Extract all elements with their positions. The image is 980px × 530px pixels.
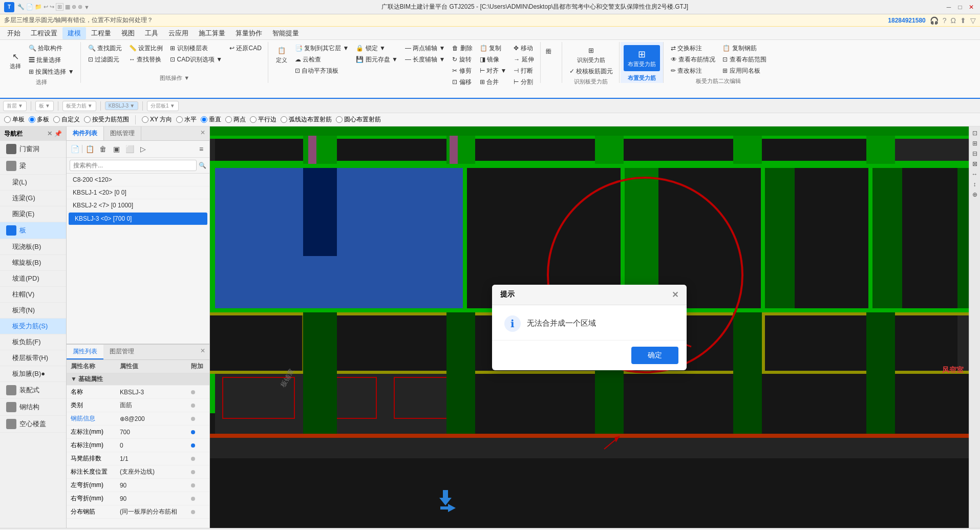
rbtn-pick[interactable]: 🔍 拾取构件 — [26, 43, 77, 54]
nav-panel-pin[interactable]: 📌 — [54, 130, 62, 137]
rt-btn-5[interactable]: ↔ — [970, 169, 979, 179]
rbtn-rotate[interactable]: ↻ 旋转 — [449, 54, 475, 65]
layer-selector[interactable]: 首层▼ — [3, 101, 27, 111]
rbtn-identify-layer[interactable]: ⊞ 识别楼层表 — [167, 43, 225, 54]
opt-circle-center[interactable]: 圆心布置射筋 — [336, 115, 381, 124]
rbtn-extend[interactable]: → 延伸 — [510, 54, 537, 65]
ptb-more[interactable]: ▷ — [137, 143, 149, 155]
menu-build-model[interactable]: 建模 — [62, 27, 86, 39]
rt-btn-6[interactable]: ↕ — [970, 180, 979, 189]
tab-comp-list[interactable]: 构件列表 — [67, 126, 104, 140]
nav-slab-bay[interactable]: 板湾(N) — [0, 303, 66, 319]
rbtn-copy-to-layer[interactable]: 📑 复制到其它层 ▼ — [292, 43, 352, 54]
maximize-btn[interactable]: □ — [955, 3, 965, 12]
rbtn-edit-mark[interactable]: ✏ 查改标注 — [668, 66, 718, 76]
rbtn-view-layout[interactable]: 👁 查看布筋情况 — [668, 54, 718, 65]
ptb-delete[interactable]: 🗑 — [97, 143, 109, 155]
nav-beam[interactable]: 梁 — [0, 158, 66, 175]
canvas-area[interactable]: 板铺浆 风帘室 提示 ✕ ℹ — [210, 126, 969, 528]
ptb-extra[interactable]: ≡ — [195, 143, 207, 155]
nav-spiral-slab[interactable]: 螺旋板(B) — [0, 255, 66, 271]
opt-arc-side[interactable]: 弧线边布置射筋 — [281, 115, 332, 124]
rbtn-move[interactable]: ✥ 移动 — [510, 43, 537, 54]
minimize-btn[interactable]: ─ — [944, 3, 953, 12]
rbtn-lock[interactable]: 🔒 锁定 ▼ — [353, 43, 401, 54]
rbtn-view-range[interactable]: ⊡ 查看布筋范围 — [719, 54, 769, 65]
nav-slab-rebar[interactable]: 板受力筋(S) — [0, 319, 66, 334]
nav-cast-slab[interactable]: 现浇板(B) — [0, 239, 66, 255]
menu-construction[interactable]: 施工算量 — [194, 27, 230, 39]
rt-btn-2[interactable]: ⊞ — [970, 139, 979, 148]
rbtn-copy-rebar[interactable]: 📋 复制钢筋 — [719, 43, 769, 54]
menu-project-settings[interactable]: 工程设置 — [26, 27, 62, 39]
search-input[interactable] — [70, 160, 197, 171]
comp-item-kbslj2[interactable]: KBSLJ-2 <7> [0 1000] — [67, 199, 209, 212]
rbtn-find-elem[interactable]: 🔍 查找圆元 — [85, 43, 125, 54]
nav-slab-haunch[interactable]: 板加腋(B)● — [0, 366, 66, 382]
comp-item-kbslj3[interactable]: KBSLJ-3 <0> [700 0] — [69, 213, 207, 225]
opt-vertical[interactable]: 垂直 — [201, 115, 221, 124]
nav-conn-beam[interactable]: 连梁(G) — [0, 190, 66, 206]
ptb-new[interactable]: 📄 — [69, 143, 81, 155]
tab-props-list[interactable]: 属性列表 — [67, 345, 103, 359]
comp-panel-close[interactable]: ✕ — [196, 126, 209, 140]
opt-by-range[interactable]: 按受力筋范围 — [84, 115, 129, 124]
ptb-copy[interactable]: 📋 — [83, 143, 96, 155]
rbtn-delete[interactable]: 🗑 删除 — [449, 43, 475, 54]
menu-smart[interactable]: 智能提量 — [267, 27, 304, 39]
nav-steel[interactable]: 钢结构 — [0, 399, 66, 416]
nav-hollow-slab[interactable]: 空心楼盖 — [0, 416, 66, 433]
nav-prefab[interactable]: 装配式 — [0, 382, 66, 399]
nav-beam-L[interactable]: 梁(L) — [0, 175, 66, 190]
rbtn-mirror[interactable]: ◨ 镜像 — [477, 54, 510, 65]
rbtn-cloud-check[interactable]: ☁ 云检查 — [292, 54, 352, 65]
opt-multi[interactable]: 多板 — [29, 115, 49, 124]
menu-view[interactable]: 视图 — [116, 27, 140, 39]
rbtn-merge[interactable]: ⊞ 合并 — [477, 77, 510, 85]
nav-floor-band[interactable]: 楼层板带(H) — [0, 350, 66, 366]
tab-drawing-mgmt[interactable]: 图纸管理 — [104, 126, 141, 140]
nav-ramp[interactable]: 坡道(PD) — [0, 271, 66, 287]
opt-xy[interactable]: XY 方向 — [142, 115, 172, 124]
rbtn-offset[interactable]: ⊡ 偏移 — [449, 77, 475, 85]
menu-collab[interactable]: 算量协作 — [230, 27, 267, 39]
tab-layer-mgmt[interactable]: 图层管理 — [103, 345, 140, 359]
element-type-selector[interactable]: 板▼ — [35, 101, 54, 111]
rbtn-restore-cad[interactable]: ↩ 还原CAD — [226, 43, 265, 54]
window-controls[interactable]: ─ □ ✕ — [944, 3, 976, 12]
rbtn-define[interactable]: 📋 定义 — [272, 43, 291, 65]
rbtn-cad-options[interactable]: ⊡ CAD识别选项 ▼ — [167, 54, 225, 65]
dialog-ok-btn[interactable]: 确定 — [631, 347, 678, 364]
rt-btn-1[interactable]: ⊡ — [970, 129, 979, 138]
rbtn-break[interactable]: ⊣ 打断 — [510, 66, 537, 76]
menu-cloud[interactable]: 云应用 — [163, 27, 194, 39]
rbtn-check-rebar[interactable]: ✓ 校核板筋圆元 — [566, 66, 616, 77]
menu-tools[interactable]: 工具 — [140, 27, 163, 39]
rbtn-exchange-mark[interactable]: ⇄ 交换标注 — [668, 43, 718, 54]
close-btn[interactable]: ✕ — [967, 3, 976, 12]
props-panel-close[interactable]: ✕ — [196, 345, 209, 359]
opt-custom[interactable]: 自定义 — [53, 115, 80, 124]
nav-circle-beam[interactable]: 圈梁(E) — [0, 206, 66, 222]
menu-start[interactable]: 开始 — [2, 27, 26, 39]
nav-slab[interactable]: 板 — [0, 222, 66, 239]
opt-two-point[interactable]: 两点 — [225, 115, 246, 124]
sublayer-selector[interactable]: 分层板1▼ — [147, 101, 178, 111]
comp-item-c8[interactable]: C8-200 <120> — [67, 174, 209, 186]
rbtn-prop-select[interactable]: ⊞ 按属性选择 ▼ — [26, 67, 77, 77]
ptb-move-up[interactable]: ▣ — [110, 143, 122, 155]
rbtn-save-elem[interactable]: 💾 图元存盘 ▼ — [353, 54, 401, 65]
rt-btn-3[interactable]: ⊟ — [970, 149, 979, 158]
rt-btn-4[interactable]: ⊠ — [970, 159, 979, 168]
rbtn-2pt-axis[interactable]: — 两点辅轴 ▼ — [402, 43, 449, 54]
opt-horizontal[interactable]: 水平 — [176, 115, 197, 124]
opt-parallel[interactable]: 平行边 — [250, 115, 276, 124]
menu-quantities[interactable]: 工程量 — [86, 27, 116, 39]
comp-item-kbslj1[interactable]: KBSLJ-1 <20> [0 0] — [67, 186, 209, 199]
rbtn-filter[interactable]: ⊡ 过滤圆元 — [85, 54, 125, 65]
rbtn-scale[interactable]: 📏 设置比例 — [126, 43, 166, 54]
rbtn-place-rebar[interactable]: ⊞ 布置受力筋 — [624, 45, 660, 71]
nav-door-window[interactable]: 门窗洞 — [0, 141, 66, 158]
nav-panel-close[interactable]: ✕ — [47, 130, 52, 137]
rbtn-auto-align[interactable]: ⊡ 自动平齐顶板 — [292, 66, 352, 76]
